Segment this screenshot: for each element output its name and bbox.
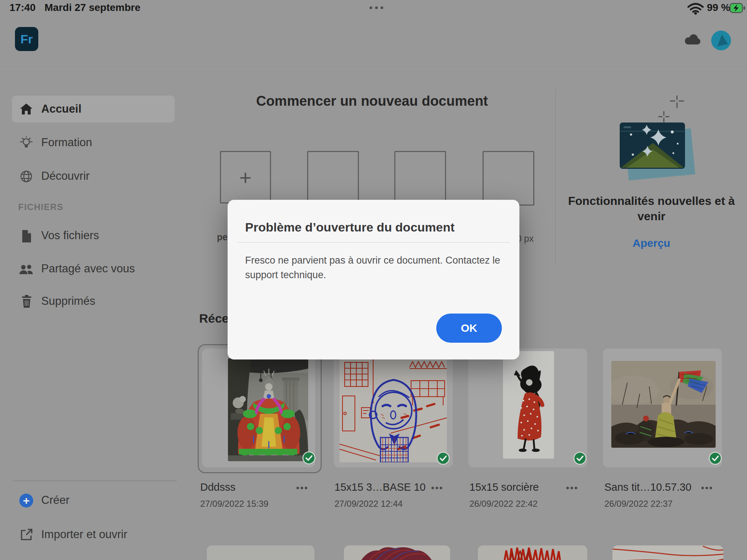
- lightbulb-icon: [19, 136, 33, 150]
- sidebar-item-label: Créer: [41, 494, 70, 507]
- header-divider: [0, 67, 747, 67]
- sidebar-item-decouvrir[interactable]: [12, 163, 175, 190]
- thumbnail-dddsss: [228, 358, 308, 461]
- file-menu-button[interactable]: •••: [431, 483, 444, 493]
- dialog-title: Problème d’ouverture du document: [245, 220, 454, 234]
- recent-file-card[interactable]: [478, 545, 587, 560]
- sidebar-item-label: Supprimés: [41, 295, 95, 308]
- status-date: Mardi 27 septembre: [44, 2, 140, 13]
- file-menu-button[interactable]: •••: [701, 483, 713, 493]
- preset-new-custom[interactable]: +: [220, 151, 271, 203]
- battery-percent: 99 %: [707, 2, 730, 13]
- file-menu-button[interactable]: •••: [566, 483, 578, 493]
- sidebar-item-creer[interactable]: [12, 489, 175, 512]
- cloud-icon[interactable]: [683, 33, 702, 47]
- wifi-icon: [687, 2, 704, 15]
- thumbnail-sorciere: [503, 351, 554, 459]
- sidebar-item-label: Découvrir: [41, 170, 90, 183]
- file-date: 26/09/2022 22:37: [604, 499, 673, 509]
- avatar[interactable]: [711, 31, 731, 50]
- file-date: 27/09/2022 15:39: [200, 499, 268, 509]
- globe-icon: [19, 170, 33, 183]
- battery-charging-icon: [729, 3, 746, 13]
- sidebar-section-fichiers: FICHIERS: [18, 202, 63, 212]
- recent-file-card[interactable]: [612, 545, 723, 560]
- check-badge-icon: [709, 452, 722, 465]
- sidebar-item-formation[interactable]: [12, 129, 175, 156]
- sidebar-item-label: Accueil: [41, 102, 81, 116]
- file-name: 15x15 3…BASE 10: [334, 481, 426, 493]
- sidebar-item-label: Formation: [41, 136, 92, 149]
- file-menu-button[interactable]: •••: [296, 483, 309, 493]
- status-time: 17:40: [9, 2, 36, 13]
- dialog-message: Fresco ne parvient pas à ouvrir ce docum…: [245, 253, 503, 282]
- preset-box-2[interactable]: [307, 151, 359, 206]
- plus-icon: +: [221, 152, 270, 202]
- plus-circle-icon: +: [19, 494, 33, 508]
- recent-file-card[interactable]: [207, 545, 314, 560]
- promo-title: Fonctionnalités nouvelles et à venir: [568, 193, 735, 224]
- promo-apercu-link[interactable]: Aperçu: [568, 237, 735, 249]
- fresco-logo: Fr: [15, 27, 38, 51]
- people-icon: [19, 263, 34, 276]
- sidebar-item-label: Partagé avec vous: [41, 262, 135, 275]
- sidebar-item-label: Vos fichiers: [41, 229, 99, 242]
- trash-icon: [21, 295, 32, 308]
- file-date: 27/09/2022 12:44: [334, 499, 403, 509]
- preset-box-3[interactable]: [394, 151, 446, 206]
- file-name: 15x15 sorcière: [469, 481, 539, 493]
- sidebar-divider: [13, 481, 177, 481]
- thumbnail-base10: [340, 359, 447, 462]
- thumbnail-liberte: [611, 361, 716, 448]
- sparkle-illustration: [598, 96, 711, 191]
- sidebar-item-accueil[interactable]: [12, 96, 175, 122]
- check-badge-icon: [302, 451, 316, 464]
- preset-box-4[interactable]: [483, 151, 534, 206]
- ok-button[interactable]: OK: [436, 314, 502, 343]
- recent-file-card[interactable]: [344, 545, 450, 560]
- file-name: Sans tit…10.57.30: [604, 481, 692, 493]
- check-badge-icon: [573, 452, 587, 465]
- dialog-divider: [237, 242, 510, 243]
- error-dialog: Problème d’ouverture du document Fresco …: [228, 200, 519, 359]
- panel-divider: [555, 89, 556, 265]
- document-icon: [21, 229, 32, 243]
- import-icon: [19, 528, 33, 542]
- file-name: Dddsss: [200, 481, 236, 493]
- home-icon: [19, 103, 33, 115]
- check-badge-icon: [437, 452, 450, 465]
- new-document-heading: Commencer un nouveau document: [190, 93, 554, 109]
- multitask-handle-icon: •••: [361, 2, 394, 13]
- file-date: 26/09/2022 22:42: [469, 499, 538, 509]
- sidebar-item-label: Importer et ouvrir: [41, 528, 127, 541]
- preset-label-fragment: pe: [204, 232, 228, 242]
